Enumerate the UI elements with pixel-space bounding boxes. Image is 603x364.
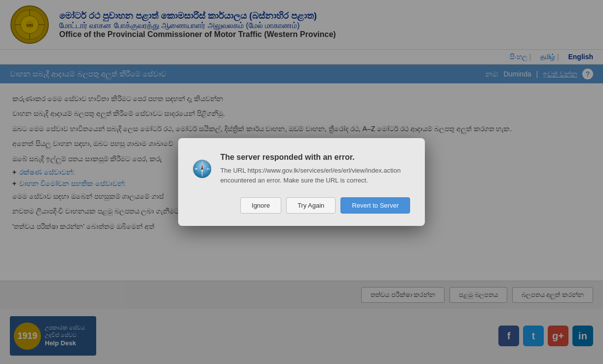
svg-text:W: W bbox=[196, 168, 198, 170]
svg-point-20 bbox=[201, 168, 203, 170]
modal-buttons: Ignore Try Again Revert to Server bbox=[193, 197, 410, 214]
svg-text:E: E bbox=[207, 168, 209, 170]
error-modal-overlay: N S E W The server responded with an err… bbox=[0, 0, 603, 364]
safari-compass-icon: N S E W bbox=[193, 153, 211, 185]
try-again-button[interactable]: Try Again bbox=[286, 197, 336, 214]
modal-text-block: The server responded with an error. The … bbox=[220, 153, 410, 185]
ignore-button[interactable]: Ignore bbox=[240, 197, 281, 214]
revert-to-server-button[interactable]: Revert to Server bbox=[340, 197, 410, 214]
modal-top: N S E W The server responded with an err… bbox=[193, 153, 410, 185]
modal-title: The server responded with an error. bbox=[220, 153, 410, 162]
error-modal-dialog: N S E W The server responded with an err… bbox=[178, 138, 425, 226]
modal-message: The URL https://www.gov.lk/services/erl/… bbox=[220, 166, 410, 185]
